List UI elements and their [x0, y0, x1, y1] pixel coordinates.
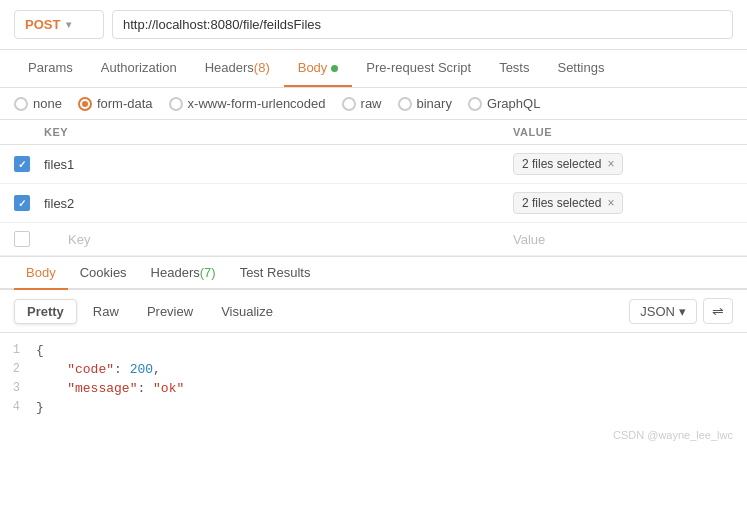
row1-checkbox-wrap	[14, 156, 38, 172]
col-value-header: VALUE	[513, 126, 733, 138]
line-num-3: 3	[0, 381, 36, 395]
empty-value[interactable]: Value	[513, 232, 733, 247]
line-content-3: "message": "ok"	[36, 381, 184, 396]
table-row: files2 2 files selected ×	[0, 184, 747, 223]
json-format-select[interactable]: JSON ▾	[629, 299, 697, 324]
method-chevron: ▾	[66, 19, 71, 30]
code-line-2: 2 "code": 200,	[0, 360, 747, 379]
radio-circle-none	[14, 97, 28, 111]
line-content-1: {	[36, 343, 44, 358]
format-dropdown: JSON ▾ ⇌	[629, 298, 733, 324]
row2-checkbox[interactable]	[14, 195, 30, 211]
chevron-down-icon: ▾	[679, 304, 686, 319]
url-input[interactable]	[112, 10, 733, 39]
row2-file-badge: 2 files selected ×	[513, 192, 623, 214]
row1-key[interactable]: files1	[38, 157, 513, 172]
code-line-3: 3 "message": "ok"	[0, 379, 747, 398]
tab-authorization[interactable]: Authorization	[87, 50, 191, 87]
radio-circle-form-data	[78, 97, 92, 111]
radio-circle-raw	[342, 97, 356, 111]
col-key-header: KEY	[14, 126, 513, 138]
tab-settings[interactable]: Settings	[543, 50, 618, 87]
table-row-empty: Key Value	[0, 223, 747, 256]
fmt-raw-btn[interactable]: Raw	[81, 300, 131, 323]
row2-value: 2 files selected ×	[513, 192, 733, 214]
resp-tab-body[interactable]: Body	[14, 257, 68, 290]
line-num-2: 2	[0, 362, 36, 376]
form-table-header: KEY VALUE	[0, 120, 747, 145]
radio-urlencoded[interactable]: x-www-form-urlencoded	[169, 96, 326, 111]
body-dot	[331, 65, 338, 72]
line-content-2: "code": 200,	[36, 362, 161, 377]
tab-params[interactable]: Params	[14, 50, 87, 87]
radio-graphql[interactable]: GraphQL	[468, 96, 540, 111]
form-table: KEY VALUE files1 2 files selected × file…	[0, 120, 747, 257]
row1-value: 2 files selected ×	[513, 153, 733, 175]
radio-form-data[interactable]: form-data	[78, 96, 153, 111]
watermark: CSDN @wayne_lee_lwc	[0, 425, 747, 445]
line-num-1: 1	[0, 343, 36, 357]
tab-prerequest[interactable]: Pre-request Script	[352, 50, 485, 87]
resp-tab-test-results[interactable]: Test Results	[228, 257, 323, 290]
radio-circle-graphql	[468, 97, 482, 111]
line-content-4: }	[36, 400, 44, 415]
wrap-button[interactable]: ⇌	[703, 298, 733, 324]
resp-tab-cookies[interactable]: Cookies	[68, 257, 139, 290]
row2-remove-btn[interactable]: ×	[607, 196, 614, 210]
format-bar: Pretty Raw Preview Visualize JSON ▾ ⇌	[0, 290, 747, 333]
empty-checkbox-wrap	[14, 231, 38, 247]
fmt-preview-btn[interactable]: Preview	[135, 300, 205, 323]
radio-none[interactable]: none	[14, 96, 62, 111]
radio-raw[interactable]: raw	[342, 96, 382, 111]
code-area: 1 { 2 "code": 200, 3 "message": "ok" 4 }	[0, 333, 747, 425]
row1-checkbox[interactable]	[14, 156, 30, 172]
radio-circle-binary	[398, 97, 412, 111]
tab-headers[interactable]: Headers(8)	[191, 50, 284, 87]
table-row: files1 2 files selected ×	[0, 145, 747, 184]
row1-file-badge: 2 files selected ×	[513, 153, 623, 175]
tab-body[interactable]: Body	[284, 50, 353, 87]
radio-circle-urlencoded	[169, 97, 183, 111]
code-line-1: 1 {	[0, 341, 747, 360]
body-type-row: none form-data x-www-form-urlencoded raw…	[0, 88, 747, 120]
empty-key[interactable]: Key	[38, 232, 513, 247]
main-tabs: Params Authorization Headers(8) Body Pre…	[0, 50, 747, 88]
code-line-4: 4 }	[0, 398, 747, 417]
method-select[interactable]: POST ▾	[14, 10, 104, 39]
row1-remove-btn[interactable]: ×	[607, 157, 614, 171]
response-tabs: Body Cookies Headers(7) Test Results	[0, 257, 747, 290]
line-num-4: 4	[0, 400, 36, 414]
resp-tab-headers[interactable]: Headers(7)	[139, 257, 228, 290]
fmt-visualize-btn[interactable]: Visualize	[209, 300, 285, 323]
wrap-icon: ⇌	[712, 303, 724, 319]
url-bar: POST ▾	[0, 0, 747, 50]
radio-binary[interactable]: binary	[398, 96, 452, 111]
tab-tests[interactable]: Tests	[485, 50, 543, 87]
method-label: POST	[25, 17, 60, 32]
row2-key[interactable]: files2	[38, 196, 513, 211]
row2-checkbox-wrap	[14, 195, 38, 211]
fmt-pretty-btn[interactable]: Pretty	[14, 299, 77, 324]
empty-checkbox[interactable]	[14, 231, 30, 247]
